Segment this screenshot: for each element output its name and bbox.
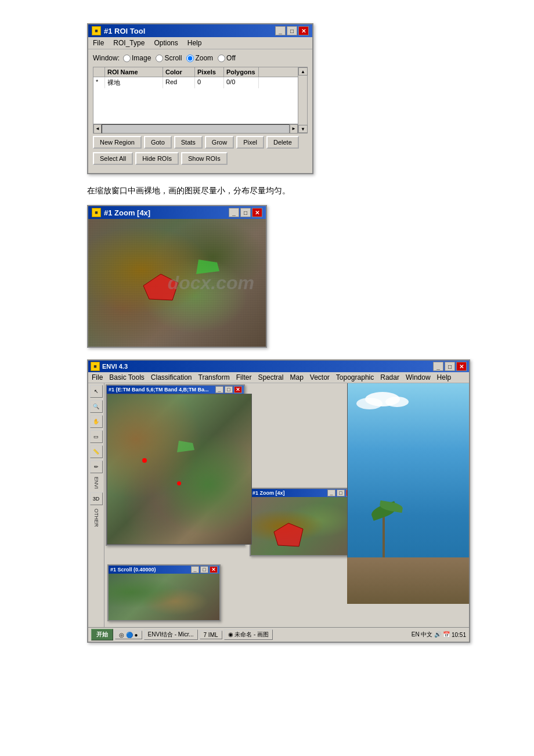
taskbar-envi-item[interactable]: ENVI结合 - Micr...	[144, 629, 198, 640]
instruction-text: 在缩放窗口中画裸地，画的图斑尽量小，分布尽量均匀。	[87, 186, 447, 196]
show-rois-button[interactable]: Show ROIs	[181, 152, 228, 165]
img-minimize[interactable]: _	[215, 386, 223, 393]
col-pixels: Pixels	[195, 67, 224, 77]
envi-menu-vector[interactable]: Vector	[308, 373, 331, 382]
radio-image[interactable]: Image	[123, 54, 151, 62]
zoom-minimize-button[interactable]: _	[229, 208, 239, 217]
zoom-maximize-button[interactable]: □	[240, 208, 251, 217]
grow-button[interactable]: Grow	[205, 136, 234, 149]
scroll-win-min[interactable]: _	[191, 566, 199, 573]
scroll-win-max[interactable]: □	[200, 566, 208, 573]
roi-window-title: #1 ROI Tool	[104, 27, 145, 35]
row-polygons: 0/0	[224, 77, 259, 88]
zoom-close-button[interactable]: ✕	[252, 208, 262, 217]
tool-annotate[interactable]: ✏	[90, 460, 103, 473]
tool-roi[interactable]: ▭	[90, 430, 103, 443]
row-color: Red	[163, 77, 195, 88]
envi-menu-topo[interactable]: Topographic	[334, 373, 376, 382]
radio-zoom-input[interactable]	[186, 55, 194, 62]
system-tray: EN 中文 🔊 📅 10:51	[412, 631, 466, 639]
img-maximize[interactable]: □	[225, 386, 233, 393]
envi-menu-basic[interactable]: Basic Tools	[107, 373, 146, 382]
v-scrollbar[interactable]: ▲ ▼	[298, 67, 307, 133]
delete-button[interactable]: Delete	[266, 136, 299, 149]
roi-title-bar: ■ #1 ROI Tool _ □ ✕	[88, 24, 312, 37]
envi-menu-class[interactable]: Classification	[149, 373, 194, 382]
sidebar-label-other: OTHER	[92, 507, 100, 528]
envi-menu-help[interactable]: Help	[435, 373, 453, 382]
window-controls: _ □ ✕	[275, 26, 309, 35]
tool-3d[interactable]: 3D	[90, 492, 103, 505]
maximize-button[interactable]: □	[287, 26, 297, 35]
h-scrollbar[interactable]: ◄ ►	[93, 124, 298, 133]
radio-scroll-input[interactable]	[156, 55, 163, 62]
scroll-left-arrow[interactable]: ◄	[93, 124, 102, 134]
envi-menu-radar[interactable]: Radar	[378, 373, 401, 382]
window-label: Window:	[93, 54, 120, 62]
radio-zoom[interactable]: Zoom	[186, 54, 213, 62]
menu-file[interactable]: File	[91, 38, 106, 48]
start-button[interactable]: 开始	[91, 629, 113, 640]
tool-pointer[interactable]: ↖	[90, 385, 103, 398]
pixel-button[interactable]: Pixel	[236, 136, 264, 149]
select-all-button[interactable]: Select All	[93, 152, 133, 165]
radio-scroll[interactable]: Scroll	[156, 54, 182, 62]
envi-taskbar: 开始 ◎ 🔵 ● ENVI结合 - Micr... 7 IML ◉ 未命名 - …	[88, 627, 469, 642]
tool-pan[interactable]: ✋	[90, 415, 103, 428]
new-region-button[interactable]: New Region	[93, 136, 142, 149]
img-close[interactable]: ✕	[234, 386, 242, 393]
close-button[interactable]: ✕	[298, 26, 309, 35]
taskbar-icons: ◎ 🔵 ●	[119, 632, 138, 638]
scroll-win-close[interactable]: ✕	[210, 566, 218, 573]
radio-image-input[interactable]	[123, 55, 131, 62]
scroll-image	[109, 574, 219, 620]
radio-off-input[interactable]	[218, 55, 225, 62]
scroll-right-arrow[interactable]: ►	[290, 124, 298, 134]
taskbar-iml-item[interactable]: 7 IML	[200, 631, 222, 639]
tray-icons: EN 中文 🔊 📅	[412, 631, 450, 639]
hide-rois-button[interactable]: Hide ROIs	[135, 152, 179, 165]
inner-zoom-title: #1 Zoom [4x]	[252, 490, 285, 496]
envi-menu-spectral[interactable]: Spectral	[256, 373, 285, 382]
scroll-win-title: #1 Scroll (0.40000)	[110, 567, 156, 573]
taskbar-paint-item[interactable]: ◉ 未命名 - 画图	[224, 629, 273, 640]
roi-window-body: Window: Image Scroll Zoom Off	[88, 49, 312, 173]
roi-table-body: * 裸地 Red 0 0/0	[93, 77, 298, 124]
scroll-down-arrow[interactable]: ▼	[298, 125, 308, 133]
cloud-2	[356, 398, 383, 409]
menu-help[interactable]: Help	[186, 38, 204, 48]
menu-options[interactable]: Options	[152, 38, 179, 48]
radio-off[interactable]: Off	[218, 54, 236, 62]
goto-button[interactable]: Goto	[144, 136, 172, 149]
inner-zoom-min[interactable]: _	[327, 489, 335, 496]
stats-button[interactable]: Stats	[174, 136, 203, 149]
envi-minimize[interactable]: _	[433, 362, 443, 371]
table-row[interactable]: * 裸地 Red 0 0/0	[93, 77, 298, 88]
roi-buttons-row1: New Region Goto Stats Grow Pixel Delete	[93, 136, 308, 149]
zoom-image-area: docx.com	[88, 219, 266, 347]
envi-body: ↖ 🔍 ✋ ▭ 📏 ✏ ENVI 3D OTHER #1 (E:TM Band …	[88, 383, 469, 627]
taskbar-envi-label: ENVI结合 - Micr...	[148, 631, 194, 639]
envi-menu-file[interactable]: File	[90, 373, 104, 382]
h-scroll-track[interactable]	[102, 124, 290, 134]
island	[347, 557, 469, 604]
menu-roitype[interactable]: ROI_Type	[111, 38, 146, 48]
envi-menu-map[interactable]: Map	[288, 373, 305, 382]
palm-trunk	[383, 511, 385, 557]
tool-zoom[interactable]: 🔍	[90, 400, 103, 413]
scroll-thumb[interactable]	[298, 75, 307, 125]
taskbar-item-1[interactable]: ◎ 🔵 ●	[115, 631, 142, 639]
envi-close[interactable]: ✕	[456, 362, 467, 371]
envi-maximize[interactable]: □	[445, 362, 455, 371]
inner-zoom-max[interactable]: □	[337, 489, 345, 496]
window-icon: ■	[92, 26, 101, 35]
row-pixels: 0	[195, 77, 224, 88]
envi-menu-filter[interactable]: Filter	[234, 373, 254, 382]
instruction-content: 在缩放窗口中画裸地，画的图斑尽量小，分布尽量均匀。	[87, 186, 290, 195]
tool-measure[interactable]: 📏	[90, 445, 103, 458]
envi-menu-bar: File Basic Tools Classification Transfor…	[88, 372, 469, 383]
minimize-button[interactable]: _	[275, 26, 286, 35]
scroll-up-arrow[interactable]: ▲	[298, 67, 308, 75]
envi-menu-transform[interactable]: Transform	[197, 373, 232, 382]
envi-menu-window[interactable]: Window	[404, 373, 432, 382]
